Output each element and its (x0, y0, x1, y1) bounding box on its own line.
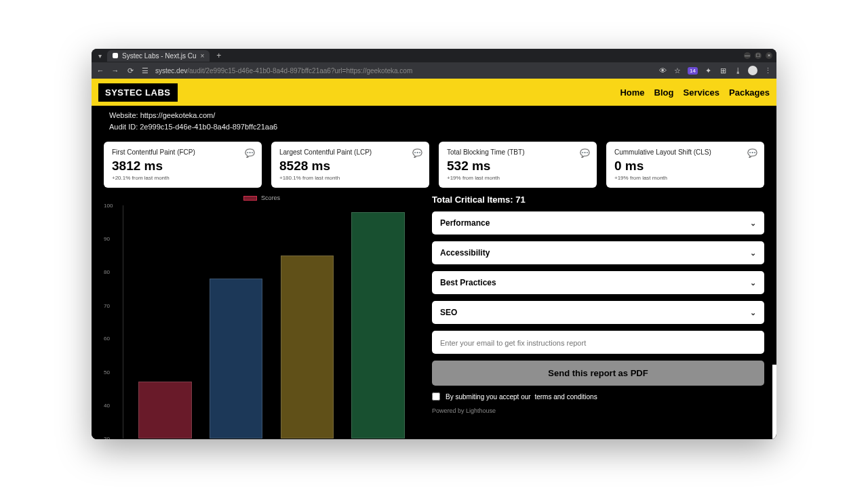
page-content: Website: https://geekoteka.com/ Audit ID… (92, 106, 776, 439)
accordion-label: SEO (440, 308, 457, 317)
chart-legend: Scores (243, 195, 280, 201)
favicon-icon (113, 53, 118, 58)
card-tbt: 💬 Total Blocking Time (TBT) 532 ms +19% … (439, 142, 597, 188)
card-sub: +20.1% from last month (112, 175, 254, 181)
chevron-down-icon: ⌄ (750, 279, 756, 287)
card-value: 532 ms (447, 159, 589, 174)
legend-swatch-icon (243, 196, 257, 201)
browser-urlbar: ← → ⟳ ☰ systec.dev/audit/2e999c15-d46e-4… (92, 62, 776, 79)
bar-seo (351, 212, 405, 439)
new-tab-button[interactable]: + (216, 51, 221, 60)
downloads-icon[interactable]: ⭳ (733, 66, 743, 75)
url-host: systec.dev (155, 67, 187, 75)
plot-area (123, 205, 420, 439)
ytick: 40 (104, 402, 110, 408)
nav-back-icon[interactable]: ← (96, 66, 105, 75)
tab-search-icon[interactable]: ▾ (96, 52, 104, 60)
site-info-icon[interactable]: ☰ (140, 66, 150, 75)
tab-close-icon[interactable]: × (200, 52, 204, 60)
accordion-label: Performance (440, 218, 490, 228)
accordion-performance[interactable]: Performance ⌄ (432, 211, 764, 235)
consent-row: By submiting you accept our terms and co… (432, 392, 764, 401)
ytick: 100 (104, 203, 113, 209)
audit-id-label: Audit ID: (109, 123, 138, 131)
browser-titlebar: ▾ Systec Labs - Next.js Cu × + — □ × (92, 49, 776, 62)
card-title: First Contentful Paint (FCP) (112, 148, 254, 156)
ytick: 70 (104, 302, 110, 308)
terms-link[interactable]: terms and conditions (534, 393, 597, 401)
audit-meta: Website: https://geekoteka.com/ Audit ID… (92, 106, 776, 132)
chevron-down-icon: ⌄ (750, 308, 756, 317)
card-sub: +180.1% from last month (279, 175, 421, 181)
metric-cards: 💬 First Contentful Paint (FCP) 3812 ms +… (92, 132, 776, 195)
chat-icon[interactable]: 💬 (245, 148, 255, 158)
website-label: Website: (109, 111, 138, 119)
email-input-wrap (432, 331, 764, 354)
bookmark-icon[interactable]: ☆ (673, 66, 682, 75)
card-value: 0 ms (614, 159, 756, 174)
card-value: 8528 ms (279, 159, 421, 174)
nav-link-services[interactable]: Services (684, 87, 720, 98)
ytick: 60 (104, 336, 110, 342)
logo[interactable]: SYSTEC LABS (98, 83, 178, 102)
accordion-accessibility[interactable]: Accessibility ⌄ (432, 241, 764, 264)
lower-split: Scores 100 90 80 70 60 50 40 30 (92, 195, 776, 439)
panel-title: Total Critical Items: 71 (432, 195, 764, 205)
nav-link-packages[interactable]: Packages (729, 87, 770, 98)
extension-badge[interactable]: 14 (688, 67, 698, 75)
website-value: https://geekoteka.com/ (140, 111, 216, 119)
ytick: 50 (104, 369, 110, 375)
browser-tab[interactable]: Systec Labs - Next.js Cu × (107, 50, 210, 62)
scores-chart: Scores 100 90 80 70 60 50 40 30 (104, 195, 420, 439)
eye-off-icon[interactable]: 👁 (658, 66, 667, 75)
consent-text: By submiting you accept our (446, 393, 531, 401)
card-title: Cummulative Layout Shift (CLS) (614, 148, 756, 156)
url-path: /audit/2e999c15-d46e-41b0-8a4d-897bffc21… (187, 67, 412, 75)
sparkle-icon[interactable]: ✦ (703, 66, 713, 75)
chat-icon[interactable]: 💬 (412, 148, 422, 158)
ytick: 80 (104, 269, 110, 275)
menu-icon[interactable]: ⋮ (763, 66, 772, 75)
card-title: Total Blocking Time (TBT) (447, 148, 589, 156)
window-minimize-icon[interactable]: — (744, 52, 751, 59)
email-field[interactable] (440, 339, 756, 347)
nav-forward-icon[interactable]: → (111, 66, 120, 75)
bar-performance (138, 382, 192, 439)
app-nav: SYSTEC LABS Home Blog Services Packages (92, 79, 776, 106)
card-fcp: 💬 First Contentful Paint (FCP) 3812 ms +… (104, 142, 262, 188)
address-field[interactable]: systec.dev/audit/2e999c15-d46e-41b0-8a4d… (155, 67, 412, 75)
bar-accessibility (210, 279, 263, 439)
card-cls: 💬 Cummulative Layout Shift (CLS) 0 ms +1… (606, 142, 764, 188)
send-report-button[interactable]: Send this report as PDF (432, 361, 764, 386)
accordion-best-practices[interactable]: Best Practices ⌄ (432, 271, 764, 294)
card-lcp: 💬 Largest Contentful Paint (LCP) 8528 ms… (271, 142, 429, 188)
chat-icon[interactable]: 💬 (747, 148, 757, 158)
scrollbar-thumb[interactable] (772, 365, 776, 439)
card-value: 3812 ms (112, 159, 254, 174)
nav-link-blog[interactable]: Blog (654, 87, 674, 98)
y-axis: 100 90 80 70 60 50 40 30 (104, 205, 120, 439)
browser-window: ▾ Systec Labs - Next.js Cu × + — □ × ← →… (92, 49, 776, 439)
ytick: 90 (104, 236, 110, 242)
nav-reload-icon[interactable]: ⟳ (125, 66, 135, 75)
accordion-seo[interactable]: SEO ⌄ (432, 301, 764, 324)
chevron-down-icon: ⌄ (750, 249, 756, 258)
bar-best-practices (281, 256, 334, 439)
window-close-icon[interactable]: × (766, 52, 772, 59)
accordion-label: Best Practices (440, 278, 496, 287)
window-maximize-icon[interactable]: □ (755, 52, 762, 59)
consent-checkbox[interactable] (432, 392, 440, 401)
accordion-label: Accessibility (440, 248, 490, 258)
total-value: 71 (515, 195, 525, 205)
nav-link-home[interactable]: Home (620, 87, 644, 98)
chevron-down-icon: ⌄ (750, 219, 756, 228)
profile-avatar-icon[interactable] (748, 66, 757, 75)
total-label: Total Critical Items: (432, 195, 513, 205)
chat-icon[interactable]: 💬 (580, 148, 590, 158)
critical-panel: Total Critical Items: 71 Performance ⌄ A… (432, 195, 764, 439)
extensions-icon[interactable]: ⊞ (718, 66, 728, 75)
audit-id-value: 2e999c15-d46e-41b0-8a4d-897bffc21aa6 (140, 123, 277, 131)
card-sub: +19% from last month (447, 175, 589, 181)
ytick: 30 (104, 436, 110, 440)
card-sub: +19% from last month (614, 175, 756, 181)
